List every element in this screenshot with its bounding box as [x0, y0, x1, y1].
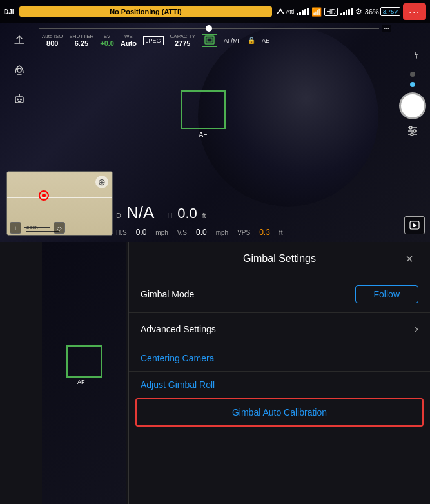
slider-thumb[interactable]	[206, 25, 212, 32]
wb-setting[interactable]: WB Auto	[121, 34, 137, 47]
vs-unit: mph	[216, 229, 228, 236]
bar2	[299, 12, 301, 15]
h-label: H	[167, 212, 172, 219]
battery-voltage: 3.75V	[380, 7, 401, 16]
gimbal-title: Gimbal Settings	[159, 253, 400, 265]
svg-point-11	[413, 130, 416, 132]
wb-label: WB	[124, 34, 133, 39]
shutter-value: 6.25	[75, 39, 88, 47]
hd-bar1	[340, 13, 342, 15]
gimbal-header: Gimbal Settings ×	[129, 242, 430, 276]
playback-button[interactable]	[404, 216, 425, 234]
bottom-panel: AF HD	[0, 242, 430, 504]
hd-signal-bars	[340, 8, 353, 15]
flight-data-row1: D N/A H 0.0 ft	[116, 203, 206, 223]
hd-bar5	[351, 8, 353, 15]
atti-label: Atti	[286, 8, 294, 15]
map-crosshair-icon[interactable]: ⊕	[95, 176, 108, 188]
centering-camera-item[interactable]: Centering Camera	[129, 345, 430, 372]
vs-label: V.S	[177, 229, 187, 236]
camera-view: DJI No Positioning (ATTI) Atti 📶	[0, 0, 430, 242]
map-container[interactable]: ⊕ 200ft + ◇	[6, 171, 113, 236]
wifi-icon: 📶	[311, 7, 322, 17]
af-focus-box[interactable]: AF	[181, 90, 226, 129]
af-mf-label[interactable]: AF/MF	[224, 37, 241, 44]
bottom-af-box[interactable]	[66, 345, 102, 378]
atti-icon: Atti	[276, 7, 294, 16]
gimbal-settings-panel: Gimbal Settings × Gimbal Mode Follow Adv…	[129, 242, 430, 504]
status-icons: Atti 📶 HD ⚙	[276, 3, 426, 20]
svg-point-13	[411, 133, 413, 136]
map-compass-icon[interactable]: ◇	[54, 222, 65, 234]
filter-status-icon: ⚙	[355, 7, 362, 16]
svg-point-3	[17, 68, 21, 72]
bar5	[307, 8, 309, 15]
map-zoom-icon[interactable]: +	[10, 222, 21, 234]
rotate-icon[interactable]	[406, 52, 419, 66]
map-road	[7, 197, 112, 198]
map-location-dot	[42, 194, 46, 197]
hd-bar3	[346, 10, 347, 15]
map-bottom-icons: + ◇	[10, 222, 65, 234]
svg-marker-15	[413, 223, 417, 227]
svg-point-5	[17, 99, 19, 101]
menu-dots-icon: ···	[409, 6, 420, 17]
mode-dot-inactive	[410, 72, 415, 77]
slider-value: ---	[382, 25, 391, 32]
close-button[interactable]: ×	[400, 250, 418, 268]
map-separator	[24, 227, 50, 228]
ev-label: EV	[104, 34, 111, 39]
adjust-gimbal-roll-item[interactable]: Adjust Gimbal Roll	[129, 372, 430, 398]
svg-rect-2	[207, 38, 212, 42]
h-value: 0.0	[177, 205, 197, 222]
bar3	[302, 10, 304, 15]
vps-value: 0.3	[259, 228, 270, 237]
iso-value: 800	[46, 39, 58, 47]
settings-sliders-icon[interactable]	[406, 125, 419, 139]
ev-setting[interactable]: EV +0.0	[100, 34, 114, 47]
hs-unit: mph	[155, 229, 168, 236]
na-value: N/A	[126, 203, 154, 223]
bottom-af-label: AF	[77, 379, 85, 385]
capacity-label: CAPACITY	[170, 34, 195, 39]
gimbal-mode-label: Gimbal Mode	[141, 289, 194, 299]
shutter-button[interactable]	[399, 92, 426, 119]
lock-icon: 🔒	[248, 37, 255, 44]
gimbal-auto-calibration-item[interactable]: Gimbal Auto Calibration	[135, 398, 424, 427]
capacity-value: 2775	[175, 39, 190, 47]
gimbal-mode-row: Gimbal Mode Follow	[129, 276, 430, 313]
d-label: D	[116, 212, 121, 219]
follow-button[interactable]: Follow	[355, 285, 418, 303]
slider-track	[39, 28, 379, 29]
robot-icon[interactable]	[9, 89, 30, 110]
iso-label: Auto ISO	[42, 34, 63, 39]
menu-button[interactable]: ···	[403, 3, 426, 20]
vs-value: 0.0	[196, 228, 207, 237]
chevron-right-icon: ›	[415, 322, 418, 336]
map-location-icon	[39, 190, 49, 201]
shutter-setting[interactable]: SHUTTER 6.25	[69, 34, 93, 47]
battery-indicator: 36% 3.75V	[365, 7, 401, 16]
right-camera-controls	[399, 52, 426, 139]
ev-value: +0.0	[100, 39, 114, 47]
return-home-icon[interactable]	[9, 59, 30, 80]
hd-bar2	[343, 12, 345, 15]
format-label[interactable]: JPEG	[143, 36, 164, 45]
format-mode-box[interactable]	[202, 34, 217, 47]
upload-icon[interactable]	[9, 30, 30, 50]
iso-setting[interactable]: Auto ISO 800	[42, 34, 63, 47]
capacity-setting: CAPACITY 2775	[170, 34, 195, 47]
advanced-settings-row[interactable]: Advanced Settings ›	[129, 313, 430, 345]
shutter-label: SHUTTER	[69, 34, 93, 39]
battery-percent: 36%	[365, 8, 379, 15]
ae-label[interactable]: AE	[262, 37, 269, 44]
bar4	[304, 9, 306, 15]
mode-dot-active	[410, 82, 415, 87]
exposure-slider[interactable]: ---	[39, 23, 391, 34]
hs-value: 0.0	[136, 228, 147, 237]
af-label: AF	[199, 131, 208, 138]
flight-data-row2: H.S 0.0 mph V.S 0.0 mph VPS 0.3 ft	[116, 228, 282, 237]
vps-label: VPS	[237, 229, 250, 236]
svg-point-9	[409, 126, 412, 129]
svg-point-7	[19, 94, 20, 96]
